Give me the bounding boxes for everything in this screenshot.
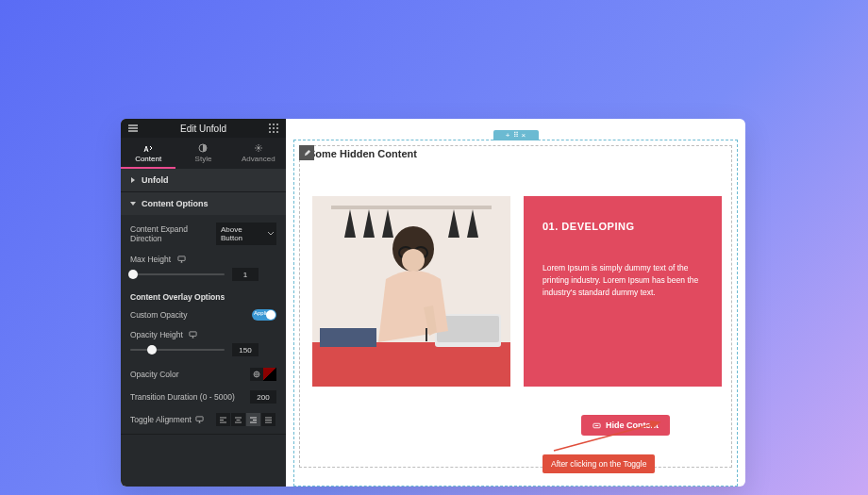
max-height-label: Max Height [130, 255, 171, 264]
desktop-icon[interactable] [177, 256, 186, 264]
edit-handle[interactable] [299, 145, 314, 160]
panel-title: Edit Unfold [140, 124, 267, 134]
svg-point-7 [273, 131, 275, 133]
custom-opacity-label: Custom Opacity [130, 310, 187, 320]
align-right-button[interactable] [246, 413, 261, 426]
svg-rect-20 [331, 206, 492, 209]
chevron-down-icon [268, 231, 274, 237]
expand-direction-label: Content Expand Direction [130, 224, 216, 243]
svg-point-24 [402, 249, 425, 272]
svg-point-2 [276, 124, 278, 125]
opacity-color-swatch[interactable] [263, 368, 276, 381]
plus-icon[interactable]: + [506, 132, 510, 140]
tab-content[interactable]: Content [121, 138, 175, 169]
card-text: Lorem Ipsum is simply dummy text of the … [542, 262, 703, 300]
sidebar: Edit Unfold Content Style Advanced Unf [121, 119, 286, 487]
section-unfold: Unfold [121, 169, 286, 192]
cards-row: 01. DEVELOPING Lorem Ipsum is simply dum… [312, 196, 728, 387]
max-height-input[interactable] [232, 268, 259, 281]
tab-bar: Content Style Advanced [121, 138, 286, 169]
opacity-height-slider[interactable] [130, 349, 225, 351]
global-color-button[interactable] [250, 368, 263, 381]
globe-icon [253, 371, 260, 378]
toggle-alignment-label: Toggle Alignment [130, 415, 192, 424]
svg-point-0 [269, 124, 271, 125]
section-unfold-header[interactable]: Unfold [121, 169, 286, 191]
section-tab[interactable]: + ⠿ × [493, 130, 539, 140]
svg-point-6 [269, 131, 271, 133]
opacity-color-label: Opacity Color [130, 370, 179, 379]
annotation-tip: After clicking on the Toggle [542, 454, 655, 473]
svg-point-1 [273, 124, 275, 125]
caret-down-icon [130, 201, 136, 206]
custom-opacity-toggle[interactable]: Applied [252, 309, 276, 321]
canvas: + ⠿ × Some Hidden Content [286, 119, 745, 487]
transition-duration-input[interactable] [250, 390, 276, 404]
svg-rect-11 [177, 256, 184, 261]
align-left-button[interactable] [216, 413, 231, 426]
svg-rect-12 [190, 332, 196, 337]
sidebar-header: Edit Unfold [121, 119, 286, 138]
menu-icon[interactable] [126, 122, 140, 135]
align-justify-button[interactable] [261, 413, 276, 426]
opacity-height-label: Opacity Height [130, 330, 183, 339]
svg-point-5 [276, 127, 278, 129]
overlay-options-heading: Content Overlay Options [130, 292, 276, 302]
caret-right-icon [130, 177, 136, 183]
close-icon[interactable]: × [522, 132, 526, 140]
max-height-slider[interactable] [130, 273, 225, 275]
tab-advanced[interactable]: Advanced [231, 138, 286, 169]
drag-icon[interactable]: ⠿ [513, 132, 519, 140]
card-title: 01. DEVELOPING [542, 221, 703, 232]
hide-content-button[interactable]: Hide Content [581, 415, 670, 436]
expand-direction-select[interactable]: Above Button [216, 223, 276, 245]
svg-point-4 [273, 127, 275, 129]
svg-rect-25 [426, 328, 427, 341]
collapse-icon [593, 421, 601, 430]
editor-window: Edit Unfold Content Style Advanced Unf [121, 119, 745, 487]
section-content-options-header[interactable]: Content Options [121, 192, 286, 215]
text-card: 01. DEVELOPING Lorem Ipsum is simply dum… [524, 196, 722, 387]
photo-card [312, 196, 510, 387]
desktop-icon[interactable] [195, 416, 204, 424]
opacity-height-input[interactable] [232, 343, 259, 356]
pencil-icon [303, 149, 311, 157]
hidden-content-title: Some Hidden Content [309, 148, 417, 159]
apps-icon[interactable] [267, 122, 280, 135]
desktop-icon[interactable] [189, 331, 197, 339]
svg-rect-16 [312, 342, 510, 387]
tab-style[interactable]: Style [175, 138, 230, 169]
svg-point-8 [276, 131, 278, 133]
section-content-options: Content Options Content Expand Direction… [121, 192, 286, 435]
align-center-button[interactable] [231, 413, 246, 426]
svg-point-3 [269, 127, 271, 129]
transition-duration-label: Transition Duration (0 - 5000) [130, 392, 235, 402]
section-content-options-body: Content Expand Direction Above Button Ma… [121, 215, 286, 434]
svg-rect-17 [320, 328, 376, 347]
svg-point-10 [257, 147, 259, 150]
svg-rect-14 [196, 417, 203, 421]
